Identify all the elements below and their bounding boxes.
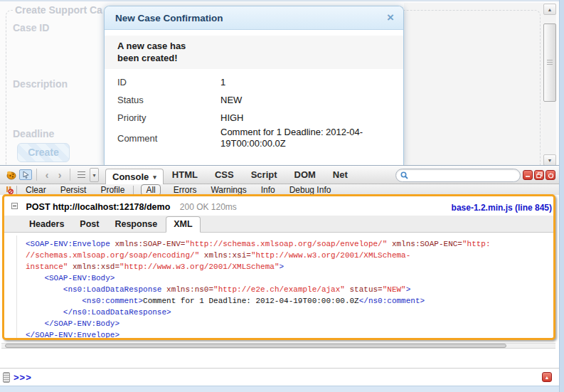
tab-xml[interactable]: XML (166, 216, 200, 233)
command-line-input[interactable] (36, 369, 559, 386)
create-button[interactable]: Create (17, 143, 70, 162)
dialog-header: New Case Confirmation × (105, 6, 403, 30)
request-url[interactable]: POST http://localhost:12178/demo (26, 202, 170, 212)
toolbar-separator (36, 169, 37, 181)
row-label: Status (117, 95, 220, 105)
expand-command-line-icon[interactable]: ▲ (542, 372, 552, 382)
description-label: Description (13, 78, 68, 90)
toolbar-separator (16, 186, 17, 194)
dialog-row-status: Status NEW (117, 91, 403, 109)
tab-script[interactable]: Script (243, 169, 286, 180)
close-firebug-button[interactable] (546, 170, 555, 180)
tab-css[interactable]: CSS (206, 169, 243, 180)
request-status: 200 OK 120ms (180, 202, 237, 212)
back-icon[interactable]: ‹ (41, 169, 53, 181)
tab-html[interactable]: HTML (164, 169, 206, 180)
net-info-tabs: Headers Post Response XML (4, 216, 553, 233)
list-options-icon[interactable] (74, 168, 88, 182)
browser-window: Create Support Ca Case ID Description De… (0, 0, 564, 392)
deadline-label: Deadline (13, 128, 54, 139)
tab-post[interactable]: Post (73, 217, 106, 232)
persist-button[interactable]: Persist (60, 185, 87, 195)
firebug-panel: ‹ › ▾ Console ▾ HTML CSS Script DOM Net (0, 165, 559, 386)
scroll-down-icon[interactable]: ▼ (543, 154, 556, 166)
profile-button[interactable]: Profile (100, 185, 124, 195)
dialog-row-comment: Comment Comment for 1 Deadline: 2012-04-… (117, 127, 403, 149)
toolbar-separator (133, 186, 134, 194)
dialog-row-id: ID 1 (117, 73, 403, 91)
grip-icon[interactable] (3, 372, 10, 383)
dialog-message: A new case has been created! (105, 36, 403, 69)
chevron-down-icon[interactable]: ▾ (90, 168, 99, 182)
break-on-errors-icon[interactable] (4, 185, 15, 194)
vertical-scrollbar[interactable]: ▲ ▼ (543, 4, 556, 166)
collapse-icon[interactable] (11, 203, 18, 209)
filter-tab-debug-info[interactable]: Debug Info (289, 185, 331, 195)
case-id-label: Case ID (13, 22, 49, 33)
search-box[interactable] (395, 169, 521, 182)
tab-headers[interactable]: Headers (22, 217, 71, 232)
web-page-area: Create Support Ca Case ID Description De… (0, 0, 559, 165)
scroll-up-icon[interactable]: ▲ (543, 4, 556, 15)
dialog-rows: ID 1 Status NEW Priority HIGH Comment Co… (105, 69, 403, 149)
firebug-icon[interactable] (4, 168, 18, 182)
horizontal-scrollbar[interactable] (1, 343, 555, 349)
detach-window-button[interactable] (534, 170, 544, 180)
request-row: POST http://localhost:12178/demo 200 OK … (4, 196, 553, 216)
row-value: 1 (220, 77, 398, 88)
close-icon[interactable]: × (387, 11, 394, 25)
dialog-row-priority: Priority HIGH (117, 109, 403, 127)
tab-console[interactable]: Console ▾ (105, 169, 164, 184)
row-value: HIGH (220, 112, 398, 124)
search-input[interactable] (411, 171, 511, 180)
console-log-entry: POST http://localhost:12178/demo 200 OK … (2, 194, 555, 340)
row-label: ID (117, 77, 220, 88)
window-right-edge (559, 0, 564, 392)
scrollbar-thumb[interactable] (543, 23, 556, 102)
tab-dom[interactable]: DOM (286, 169, 324, 180)
dialog-title: New Case Confirmation (115, 6, 223, 30)
source-link[interactable]: base-1.2.min.js (line 845) (452, 203, 552, 213)
forward-icon[interactable]: › (53, 169, 66, 181)
console-filter-toolbar: Clear Persist Profile All Errors Warning… (0, 184, 559, 195)
inspect-element-icon[interactable] (18, 168, 33, 182)
window-bottom-edge (0, 386, 559, 392)
row-label: Priority (117, 112, 220, 123)
horizontal-scrollbar-thumb[interactable] (5, 344, 506, 348)
row-value: Comment for 1 Deadline: 2012-04-19T00:00… (220, 127, 398, 149)
xml-source: <SOAP-ENV:Envelope xmlns:SOAP-ENV="http:… (16, 235, 553, 340)
filter-tab-errors[interactable]: Errors (174, 185, 197, 195)
clear-button[interactable]: Clear (26, 185, 46, 195)
row-label: Comment (117, 133, 220, 144)
search-icon (400, 171, 408, 179)
toolbar-separator (70, 169, 70, 181)
firebug-main-toolbar: ‹ › ▾ Console ▾ HTML CSS Script DOM Net (0, 165, 559, 184)
tab-net[interactable]: Net (324, 169, 356, 180)
row-value: NEW (220, 95, 398, 106)
filter-tab-warnings[interactable]: Warnings (211, 185, 246, 195)
filter-tab-info[interactable]: Info (261, 185, 275, 195)
window-buttons (523, 170, 555, 180)
minimize-button[interactable] (523, 170, 533, 180)
command-line: >>> ▲ (0, 368, 559, 386)
form-legend: Create Support Ca (13, 4, 105, 16)
message-line-1: A new case has (117, 40, 403, 52)
tab-response[interactable]: Response (107, 217, 164, 232)
command-prompt: >>> (14, 372, 32, 383)
new-case-confirmation-dialog: New Case Confirmation × A new case has b… (104, 6, 404, 166)
console-caret-icon: ▾ (153, 174, 156, 181)
message-line-2: been created! (117, 52, 403, 64)
